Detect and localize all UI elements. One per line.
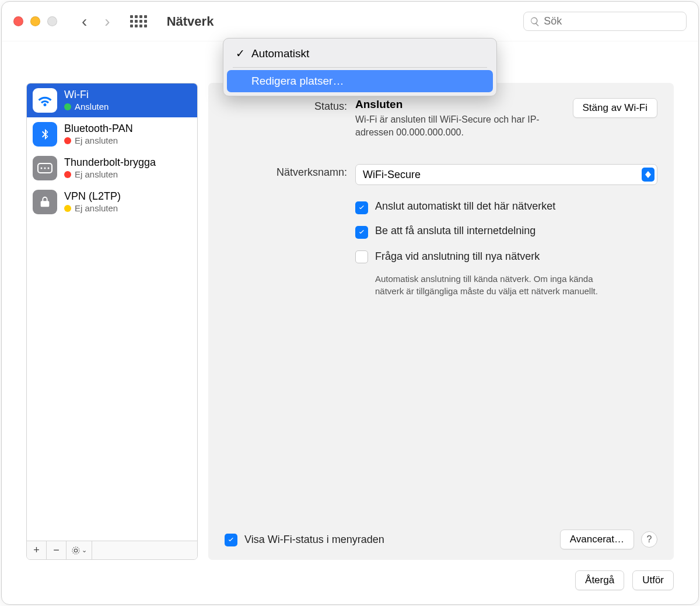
auto-join-checkbox[interactable] — [355, 201, 368, 214]
content: Plats ✓ Automatiskt Redigera platser… — [2, 41, 698, 604]
lock-icon — [33, 190, 57, 214]
nav-arrows: ‹ › — [82, 12, 110, 31]
help-button[interactable]: ? — [641, 531, 657, 548]
turn-wifi-off-button[interactable]: Stäng av Wi-Fi — [573, 98, 657, 118]
remove-service-button[interactable]: − — [47, 541, 66, 559]
window-controls — [13, 16, 57, 26]
svg-point-3 — [48, 168, 50, 169]
check-icon — [358, 228, 366, 236]
location-option-label: Redigera platser… — [251, 75, 344, 88]
main-row: Wi-Fi Ansluten Bluetooth-PAN — [26, 83, 674, 560]
chevron-down-icon: ⌄ — [82, 546, 87, 554]
zoom-window-button[interactable] — [47, 16, 57, 26]
service-sidebar: Wi-Fi Ansluten Bluetooth-PAN — [26, 83, 198, 560]
service-name: Thunderbolt-brygga — [64, 156, 156, 169]
service-item-vpn[interactable]: VPN (L2TP) Ej ansluten — [27, 185, 197, 219]
service-status: Ansluten — [75, 102, 108, 113]
titlebar: ‹ › Nätverk — [2, 2, 698, 41]
ask-new-networks-checkbox[interactable] — [355, 250, 368, 263]
detail-panel: Status: Ansluten Wi-Fi är ansluten till … — [208, 83, 674, 560]
show-status-menubar-checkbox[interactable] — [225, 534, 237, 546]
check-icon — [358, 204, 366, 212]
location-option-edit[interactable]: Redigera platser… — [227, 70, 493, 92]
status-dot-icon — [64, 171, 71, 178]
status-description: Wi-Fi är ansluten till WiFi-Secure och h… — [355, 113, 565, 138]
wifi-icon — [33, 88, 57, 113]
search-input[interactable] — [544, 15, 680, 27]
service-item-thunderbolt[interactable]: Thunderbolt-brygga Ej ansluten — [27, 151, 197, 185]
bottom-bar: Återgå Utför — [26, 560, 674, 590]
service-item-wifi[interactable]: Wi-Fi Ansluten — [27, 83, 197, 117]
status-dot-icon — [64, 103, 71, 110]
advanced-button[interactable]: Avancerat… — [560, 530, 634, 549]
service-status: Ej ansluten — [75, 203, 118, 214]
add-service-button[interactable]: + — [27, 541, 47, 559]
back-button[interactable]: ‹ — [82, 12, 87, 31]
menu-separator — [233, 67, 487, 68]
status-dot-icon — [64, 205, 71, 212]
show-all-icon[interactable] — [130, 15, 147, 27]
location-option-automatic[interactable]: ✓ Automatiskt — [227, 42, 493, 65]
location-row: Plats ✓ Automatiskt Redigera platser… — [26, 59, 674, 71]
sidebar-toolbar: + − ⌄ — [27, 541, 197, 559]
network-name-value: WiFi-Secure — [363, 169, 421, 181]
svg-point-4 — [74, 549, 77, 552]
location-option-label: Automatiskt — [251, 47, 309, 60]
network-name-select[interactable]: WiFi-Secure — [355, 164, 657, 185]
gear-icon — [71, 546, 80, 555]
thunderbolt-bridge-icon — [33, 156, 57, 180]
location-dropdown-menu: ✓ Automatiskt Redigera platser… — [223, 38, 497, 96]
bluetooth-icon — [33, 122, 57, 147]
close-window-button[interactable] — [13, 16, 23, 26]
status-dot-icon — [64, 137, 71, 144]
checkmark-icon: ✓ — [235, 47, 246, 60]
detail-footer: Visa Wi-Fi-status i menyraden Avancerat…… — [225, 530, 657, 549]
apply-button[interactable]: Utför — [632, 570, 674, 590]
ask-new-networks-label: Fråga vid anslutning till nya nätverk — [375, 250, 540, 263]
service-actions-button[interactable]: ⌄ — [66, 541, 92, 559]
select-arrows-icon — [642, 168, 654, 182]
auto-join-label: Anslut automatiskt till det här nätverke… — [375, 200, 555, 213]
search-field[interactable] — [523, 12, 687, 31]
search-icon — [530, 16, 540, 27]
sidebar-toolbar-spacer — [92, 541, 197, 559]
status-value: Ansluten — [355, 98, 565, 111]
forward-button[interactable]: › — [104, 12, 110, 31]
svg-point-1 — [41, 168, 43, 169]
window: ‹ › Nätverk Plats ✓ Automatiskt — [1, 1, 699, 605]
check-icon — [227, 536, 235, 544]
service-item-bluetooth[interactable]: Bluetooth-PAN Ej ansluten — [27, 117, 197, 151]
service-list: Wi-Fi Ansluten Bluetooth-PAN — [27, 83, 197, 541]
ask-hotspot-checkbox[interactable] — [355, 226, 368, 239]
revert-button[interactable]: Återgå — [575, 570, 624, 590]
service-name: VPN (L2TP) — [64, 190, 121, 203]
status-label: Status: — [225, 98, 347, 113]
service-name: Wi-Fi — [64, 88, 108, 102]
service-status: Ej ansluten — [75, 135, 118, 147]
ask-new-networks-hint: Automatisk anslutning till kända nätverk… — [375, 273, 608, 297]
network-name-label: Nätverksnamn: — [225, 164, 347, 179]
window-title: Nätverk — [167, 14, 214, 29]
svg-point-2 — [44, 168, 46, 169]
ask-hotspot-label: Be att få ansluta till internetdelning — [375, 225, 536, 237]
show-status-menubar-label: Visa Wi-Fi-status i menyraden — [244, 534, 384, 546]
minimize-window-button[interactable] — [30, 16, 40, 26]
service-name: Bluetooth-PAN — [64, 122, 133, 135]
svg-point-5 — [72, 547, 79, 554]
service-status: Ej ansluten — [75, 169, 118, 180]
